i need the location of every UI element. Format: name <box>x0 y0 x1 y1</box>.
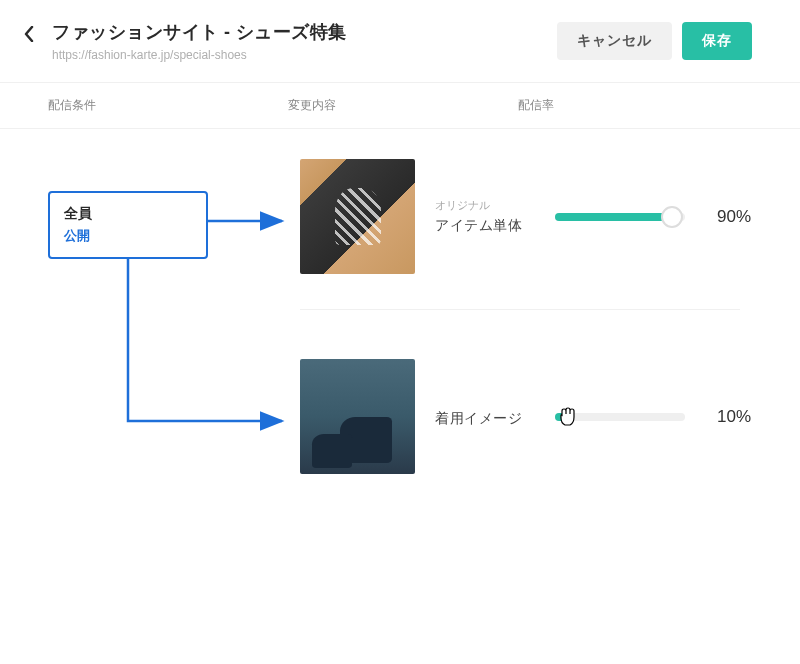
condition-box[interactable]: 全員 公開 <box>48 191 208 259</box>
condition-status: 公開 <box>64 227 192 245</box>
distribution-value: 90% <box>703 207 751 227</box>
column-header-condition: 配信条件 <box>48 97 288 114</box>
variant-row: オリジナル アイテム単体 90% <box>300 159 760 274</box>
back-button[interactable] <box>24 24 36 44</box>
variant-name: アイテム単体 <box>435 217 535 235</box>
sneaker-product-image <box>300 159 415 274</box>
slider-fill <box>555 213 672 221</box>
grab-cursor-icon <box>556 405 580 429</box>
variant-row: 着用イメージ 10% <box>300 359 760 474</box>
variant-image-original[interactable] <box>300 159 415 274</box>
variant-name: 着用イメージ <box>435 410 535 428</box>
save-button[interactable]: 保存 <box>682 22 752 60</box>
chevron-left-icon <box>24 26 34 42</box>
column-header-content: 変更内容 <box>288 97 518 114</box>
row-divider <box>300 309 740 310</box>
column-header-rate: 配信率 <box>518 97 752 114</box>
distribution-slider[interactable] <box>555 213 685 221</box>
distribution-value: 10% <box>703 407 751 427</box>
page-title: ファッションサイト - シューズ特集 <box>52 20 347 44</box>
slider-thumb[interactable] <box>661 206 683 228</box>
cancel-button[interactable]: キャンセル <box>557 22 672 60</box>
variant-image-wearing[interactable] <box>300 359 415 474</box>
condition-audience: 全員 <box>64 205 192 223</box>
page-url: https://fashion-karte.jp/special-shoes <box>52 48 347 62</box>
sneaker-wearing-image <box>300 359 415 474</box>
variant-sublabel: オリジナル <box>435 198 535 213</box>
distribution-slider[interactable] <box>555 413 685 421</box>
